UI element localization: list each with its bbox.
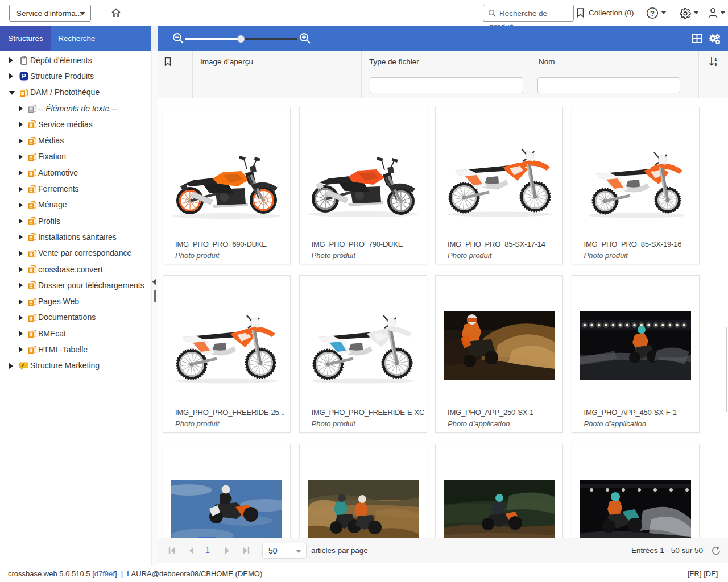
svg-text:9: 9 (714, 62, 717, 67)
svg-text:1: 1 (714, 57, 717, 62)
svg-text:?: ? (650, 9, 655, 18)
svg-text:P: P (22, 73, 26, 80)
